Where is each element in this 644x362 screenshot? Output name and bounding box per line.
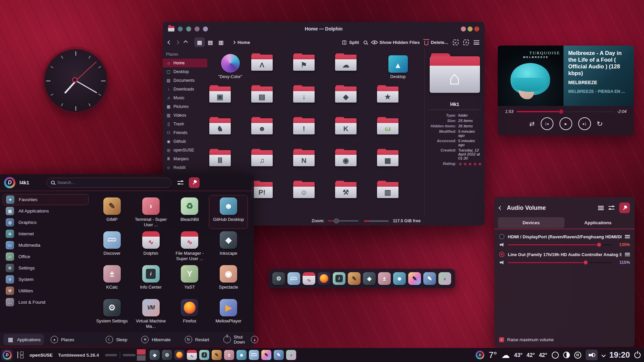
search-input[interactable]	[57, 180, 167, 185]
launcher-button[interactable]: D	[1, 349, 13, 361]
view-compact-button[interactable]: ▤	[205, 38, 215, 47]
category-item[interactable]: ▦ All Applications	[3, 205, 89, 217]
places-item[interactable]: ♫ Music	[163, 94, 207, 102]
zoom-slider-knob[interactable]	[334, 219, 339, 224]
discover-icon[interactable]: SHOP	[249, 350, 259, 360]
device-default-radio[interactable]	[499, 252, 504, 257]
maximize-button[interactable]	[468, 26, 473, 32]
quill-app-icon[interactable]: ✎	[423, 272, 436, 285]
app-item[interactable]: i Info Center	[131, 263, 170, 297]
seek-knob[interactable]	[559, 109, 564, 114]
window-button-1[interactable]	[178, 26, 183, 32]
search-field[interactable]	[47, 178, 171, 188]
file-item[interactable]: ☁ Cloud	[335, 52, 357, 69]
app-item[interactable]: ⚙ System Settings	[93, 297, 131, 330]
power-icon[interactable]	[634, 352, 641, 358]
back-icon[interactable]	[498, 206, 503, 210]
repeat-icon[interactable]	[597, 120, 602, 128]
app-item[interactable]: VM Virtual Machine Ma...	[131, 297, 170, 330]
category-item[interactable]: ▭ Multimedia	[3, 240, 89, 251]
dolphin-titlebar[interactable]: Home — Dolphin	[163, 22, 485, 36]
app-item[interactable]: Firefox	[170, 297, 209, 330]
rating-stars[interactable]: ★★★★★	[458, 162, 483, 166]
app-item[interactable]: Y YaST	[170, 263, 209, 297]
file-item[interactable]: Ⅲ Manjaro	[209, 147, 231, 165]
files-chevron-app-icon[interactable]: ›	[438, 272, 451, 285]
weather-cloud-icon[interactable]	[501, 351, 510, 359]
device-default-radio[interactable]	[499, 234, 504, 239]
previous-track-icon[interactable]	[541, 117, 553, 130]
app-item[interactable]: ◉ Spectacle	[209, 263, 248, 297]
volume-slider[interactable]	[508, 244, 613, 245]
github-desktop-icon[interactable]: ☻	[393, 272, 406, 285]
window-button-4[interactable]	[203, 26, 208, 32]
next-track-icon[interactable]	[578, 117, 591, 130]
show-hidden-button[interactable]: Show Hidden Files	[372, 40, 420, 45]
category-item[interactable]: ▱ Office	[3, 251, 89, 262]
gimp-icon[interactable]: ✎	[348, 272, 361, 285]
category-item[interactable]: ◍ Graphics	[3, 217, 89, 228]
breadcrumb-home[interactable]: Home	[237, 40, 250, 45]
session-tab[interactable]: Applications	[3, 334, 44, 345]
seek-bar[interactable]	[517, 111, 613, 112]
digital-clock[interactable]: 19:20	[609, 350, 630, 360]
places-item[interactable]: ☺ Reddit	[163, 163, 207, 172]
category-item[interactable]: ≡ System	[3, 274, 89, 285]
select-zoom-in-icon[interactable]	[453, 40, 459, 45]
info-center-icon[interactable]: i	[333, 272, 345, 285]
app-item[interactable]: › Terminal - Super User ...	[131, 195, 170, 229]
panel-slider[interactable]	[105, 354, 117, 356]
file-item[interactable]: ↓ Downloads	[293, 84, 315, 101]
file-item[interactable]: ▲ Desktop	[377, 52, 419, 84]
view-details-button[interactable]: ▥	[216, 38, 226, 47]
dolphin-icon[interactable]: ∿	[303, 272, 315, 285]
window-button-2[interactable]	[186, 26, 191, 32]
inkscape-icon[interactable]: ◆	[363, 272, 376, 285]
app-item[interactable]: ∿ Dolphin	[131, 229, 170, 263]
file-item[interactable]: ▤ Documents	[251, 84, 273, 101]
pause-icon[interactable]	[574, 352, 581, 359]
files-chevron-app-icon[interactable]: ›	[286, 350, 296, 360]
kcalc-icon[interactable]: ±	[378, 272, 391, 285]
volume-knob[interactable]	[583, 260, 588, 265]
places-item[interactable]: ◉ Github	[163, 137, 207, 146]
file-item[interactable]: ☻ Github	[251, 116, 273, 133]
desktop-2[interactable]	[137, 355, 146, 361]
app-item[interactable]: ☻ GitHub Desktop	[209, 195, 248, 229]
delete-button[interactable]: Delete...	[424, 40, 448, 45]
file-item[interactable]: ▣ Development	[209, 84, 231, 101]
places-item[interactable]: ↓ Downloads	[163, 85, 207, 94]
distro-logo-icon[interactable]: D	[476, 351, 484, 359]
minimize-button[interactable]	[461, 26, 466, 32]
category-item[interactable]: ⊕ Internet	[3, 228, 89, 239]
play-icon[interactable]	[559, 117, 572, 130]
file-item[interactable]: ⚑ Bookmarks	[293, 52, 315, 69]
file-item[interactable]: ♞ Games	[209, 116, 231, 133]
file-item[interactable]: N Neon	[293, 147, 315, 165]
app-item[interactable]: ± KCalc	[93, 263, 131, 297]
file-item[interactable]: ◆ Dropbox	[335, 84, 357, 101]
file-item[interactable]: ▥ Videos	[377, 179, 398, 197]
file-item[interactable]: ω l4k1	[377, 116, 398, 133]
places-item[interactable]: ⌂ Home	[163, 59, 207, 67]
split-button[interactable]: ◫ Split	[342, 39, 359, 45]
places-item[interactable]: Ⅲ Manjaro	[163, 155, 207, 163]
places-item[interactable]: ▦ Pictures	[163, 102, 207, 111]
kcalc-icon[interactable]: ±	[224, 350, 234, 360]
category-item[interactable]: … Lost & Found	[3, 297, 89, 308]
firefox-icon[interactable]	[174, 350, 184, 360]
desktop-1[interactable]	[137, 349, 146, 355]
system-settings-icon[interactable]: ⚙	[272, 272, 285, 285]
file-item[interactable]: ◉ openSUSE	[335, 147, 357, 165]
dolphin-icon[interactable]: ∿	[187, 350, 197, 360]
window-list-icon[interactable]	[17, 352, 23, 358]
breadcrumb[interactable]: Home	[233, 40, 250, 45]
places-item[interactable]: ▥ Videos	[163, 111, 207, 120]
places-item[interactable]: ▯ Trash	[163, 120, 207, 128]
places-item[interactable]: ▤ Documents	[163, 76, 207, 85]
session-action[interactable]: Restart	[181, 333, 213, 347]
file-item[interactable]: ☺ Reddit	[293, 179, 315, 197]
file-item[interactable]: "Dexy-Color"	[209, 52, 251, 84]
night-color-icon[interactable]	[563, 352, 570, 358]
inkscape-icon[interactable]: ◆	[150, 350, 160, 360]
